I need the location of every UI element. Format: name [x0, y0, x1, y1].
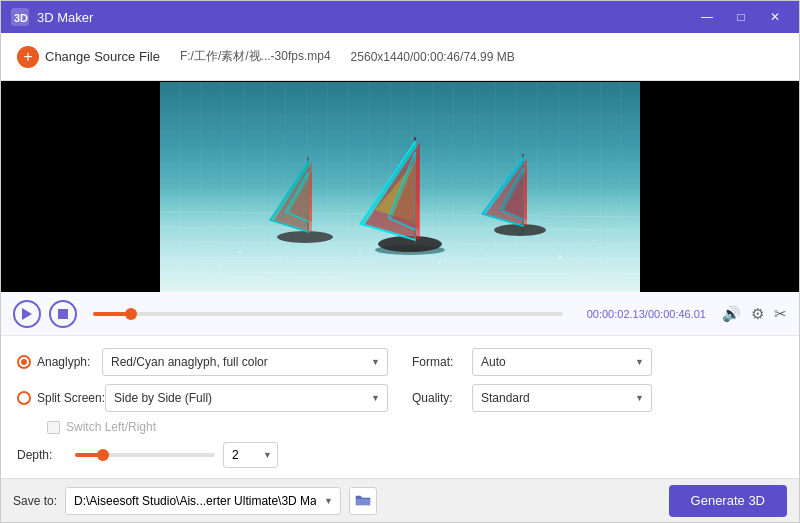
svg-rect-43 — [58, 309, 68, 319]
svg-line-7 — [160, 272, 640, 274]
file-path: F:/工作/素材/视...-30fps.mp4 — [180, 48, 331, 65]
svg-point-40 — [219, 266, 221, 268]
format-select-wrapper: Auto MP4 MKV AVI MOV — [472, 348, 652, 376]
depth-row: Depth: 1 2 3 4 5 — [17, 442, 388, 468]
split-screen-row: Split Screen: Side by Side (Full) Side b… — [17, 384, 388, 412]
format-label: Format: — [412, 355, 472, 369]
svg-point-37 — [479, 249, 481, 251]
stop-button[interactable] — [49, 300, 77, 328]
volume-icon[interactable]: 🔊 — [722, 305, 741, 323]
titlebar-controls: — □ ✕ — [693, 3, 789, 31]
svg-point-35 — [279, 256, 281, 258]
progress-thumb — [125, 308, 137, 320]
save-path-wrapper: D:\Aiseesoft Studio\Ais...erter Ultimate… — [65, 487, 341, 515]
cut-icon[interactable]: ✂ — [774, 305, 787, 323]
settings-icon[interactable]: ⚙ — [751, 305, 764, 323]
browse-folder-button[interactable] — [349, 487, 377, 515]
anaglyph-radio[interactable] — [17, 355, 31, 369]
depth-label: Depth: — [17, 448, 67, 462]
stop-icon — [58, 309, 68, 319]
titlebar: 3D 3D Maker — □ ✕ — [1, 1, 799, 33]
time-total: 00:00:46.01 — [648, 308, 706, 320]
svg-point-8 — [277, 231, 333, 243]
depth-slider-thumb — [97, 449, 109, 461]
save-path-select[interactable]: D:\Aiseesoft Studio\Ais...erter Ultimate… — [65, 487, 341, 515]
svg-point-36 — [359, 252, 362, 255]
play-button[interactable] — [13, 300, 41, 328]
split-screen-label: Split Screen: — [37, 391, 105, 405]
switch-lr-checkbox[interactable] — [47, 421, 60, 434]
depth-select[interactable]: 1 2 3 4 5 — [223, 442, 278, 468]
video-preview-area — [1, 81, 799, 292]
depth-select-wrapper: 1 2 3 4 5 — [223, 442, 278, 468]
change-source-button[interactable]: + Change Source File — [17, 46, 160, 68]
anaglyph-preview — [160, 82, 640, 292]
anaglyph-label-group: Anaglyph: — [17, 355, 102, 369]
close-button[interactable]: ✕ — [761, 3, 789, 31]
anaglyph-select-wrapper: Red/Cyan anaglyph, full color Red/Cyan a… — [102, 348, 388, 376]
generate-3d-button[interactable]: Generate 3D — [669, 485, 787, 517]
quality-select[interactable]: Standard High Ultra — [472, 384, 652, 412]
split-screen-select-wrapper: Side by Side (Full) Side by Side (Half) … — [105, 384, 388, 412]
quality-select-wrapper: Standard High Ultra — [472, 384, 652, 412]
minimize-button[interactable]: — — [693, 3, 721, 31]
split-screen-label-group: Split Screen: — [17, 391, 105, 405]
settings-panel: Anaglyph: Red/Cyan anaglyph, full color … — [1, 336, 799, 478]
svg-marker-42 — [22, 308, 32, 320]
format-row: Format: Auto MP4 MKV AVI MOV — [412, 348, 783, 376]
svg-point-38 — [558, 255, 562, 259]
app-title: 3D Maker — [37, 10, 93, 25]
progress-area[interactable] — [85, 312, 571, 316]
split-screen-select[interactable]: Side by Side (Full) Side by Side (Half) … — [105, 384, 388, 412]
toolbar: + Change Source File F:/工作/素材/视...-30fps… — [1, 33, 799, 81]
switch-lr-label: Switch Left/Right — [66, 420, 156, 434]
boat-scene — [160, 82, 640, 292]
svg-point-39 — [599, 246, 601, 248]
video-preview — [1, 81, 799, 292]
svg-line-6 — [160, 257, 640, 259]
anaglyph-select[interactable]: Red/Cyan anaglyph, full color Red/Cyan a… — [102, 348, 388, 376]
split-screen-radio[interactable] — [17, 391, 31, 405]
save-to-label: Save to: — [13, 494, 57, 508]
maximize-button[interactable]: □ — [727, 3, 755, 31]
svg-text:3D: 3D — [14, 12, 28, 24]
quality-row: Quality: Standard High Ultra — [412, 384, 783, 412]
boats-svg — [160, 82, 640, 292]
settings-columns: Anaglyph: Red/Cyan anaglyph, full color … — [17, 348, 783, 468]
anaglyph-row: Anaglyph: Red/Cyan anaglyph, full color … — [17, 348, 388, 376]
format-select[interactable]: Auto MP4 MKV AVI MOV — [472, 348, 652, 376]
titlebar-left: 3D 3D Maker — [11, 8, 93, 26]
plus-icon: + — [17, 46, 39, 68]
settings-right-col: Format: Auto MP4 MKV AVI MOV Quality: — [404, 348, 783, 468]
switch-lr-row: Switch Left/Right — [47, 420, 388, 434]
change-source-label: Change Source File — [45, 49, 160, 64]
folder-icon — [355, 494, 371, 507]
app-icon: 3D — [11, 8, 29, 26]
controls-bar: 00:00:02.13/00:00:46.01 🔊 ⚙ ✂ — [1, 292, 799, 336]
play-icon — [22, 308, 32, 320]
time-display: 00:00:02.13/00:00:46.01 — [587, 308, 706, 320]
progress-track[interactable] — [93, 312, 563, 316]
depth-slider[interactable] — [75, 453, 215, 457]
quality-label: Quality: — [412, 391, 472, 405]
ctrl-icons: 🔊 ⚙ ✂ — [722, 305, 787, 323]
svg-point-41 — [439, 260, 442, 263]
settings-left-col: Anaglyph: Red/Cyan anaglyph, full color … — [17, 348, 404, 468]
file-meta: 2560x1440/00:00:46/74.99 MB — [351, 50, 515, 64]
anaglyph-label: Anaglyph: — [37, 355, 90, 369]
time-current: 00:00:02.13 — [587, 308, 645, 320]
bottom-bar: Save to: D:\Aiseesoft Studio\Ais...erter… — [1, 478, 799, 522]
svg-point-34 — [239, 250, 242, 253]
